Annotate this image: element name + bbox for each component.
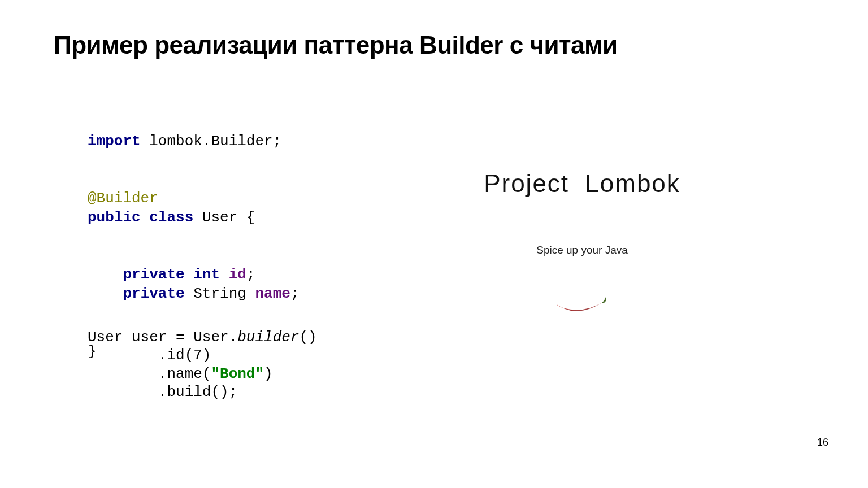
code-text-italic: builder xyxy=(237,329,299,346)
code-block-usage: User user = User.builder() .id(7) .name(… xyxy=(88,310,317,402)
code-text: .id(7) xyxy=(88,347,211,364)
code-text: () xyxy=(299,329,316,346)
field-name: name xyxy=(255,285,290,302)
code-text: ; xyxy=(246,266,255,283)
keyword: public class xyxy=(88,209,193,226)
string-literal: "Bond" xyxy=(211,365,264,382)
chili-pepper-icon xyxy=(548,285,616,319)
keyword: private int xyxy=(123,266,220,283)
code-text: .name( xyxy=(88,365,211,382)
code-text: .build(); xyxy=(88,384,237,400)
code-text: User user = User. xyxy=(88,329,237,346)
keyword: private xyxy=(123,285,184,302)
code-text: String xyxy=(185,285,255,302)
code-text: ) xyxy=(264,365,273,382)
annotation: @Builder xyxy=(88,190,158,207)
lombok-logo-title: Project Lombok xyxy=(452,169,712,198)
indent xyxy=(88,266,123,283)
slide-title: Пример реализации паттерна Builder с чит… xyxy=(54,31,618,59)
lombok-logo-block: Project Lombok Spice up your Java xyxy=(452,169,712,319)
code-text: lombok.Builder; xyxy=(141,133,282,150)
code-text xyxy=(220,266,229,283)
code-text: ; xyxy=(290,285,300,302)
indent xyxy=(88,285,123,302)
page-number: 16 xyxy=(817,437,828,448)
keyword: import xyxy=(88,133,141,150)
lombok-logo-tagline: Spice up your Java xyxy=(452,244,712,256)
svg-point-0 xyxy=(562,306,596,311)
code-text: User { xyxy=(193,209,255,226)
field-name: id xyxy=(229,266,246,283)
